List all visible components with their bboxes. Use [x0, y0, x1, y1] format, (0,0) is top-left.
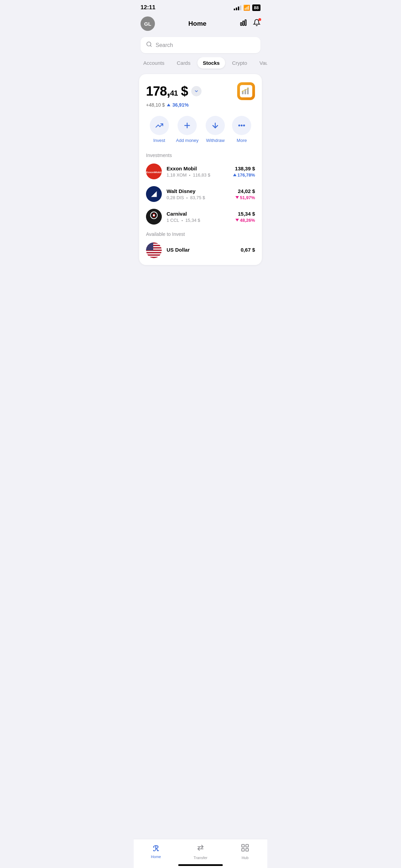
analytics-icon[interactable]	[240, 19, 247, 28]
change-percentage: 36,91%	[172, 102, 189, 108]
balance-row: 178,41 $	[146, 82, 255, 100]
page-title: Home	[189, 20, 207, 27]
svg-text:ExxonMobil: ExxonMobil	[146, 171, 162, 174]
svg-point-11	[239, 125, 240, 126]
status-time: 12:11	[141, 4, 155, 11]
carnival-values: 15,34 $ 48,26%	[235, 211, 255, 223]
add-money-button[interactable]: Add money	[176, 116, 199, 143]
notification-dot	[258, 18, 261, 21]
notifications-icon[interactable]	[253, 19, 260, 28]
available-section: Available to Invest US Dollar 0,67 $	[146, 231, 255, 258]
carnival-meta: 1 CCL 15,34 $	[167, 218, 231, 223]
svg-text:◢: ◢	[151, 190, 157, 197]
usd-info: US Dollar	[167, 247, 236, 254]
exxon-amount: 138,39 $	[233, 166, 255, 171]
invest-label: Invest	[153, 138, 165, 143]
exxon-pct: 176,78%	[233, 172, 255, 178]
us-flag-icon	[146, 242, 162, 258]
trend-up-icon	[167, 104, 170, 106]
usd-name: US Dollar	[167, 247, 236, 253]
usd-values: 0,67 $	[241, 247, 255, 254]
header-actions	[240, 19, 260, 28]
add-money-icon	[178, 116, 197, 135]
exxon-info: Exxon Mobil 1,18 XOM 116,83 $	[167, 166, 228, 178]
signal-bars-icon	[234, 5, 241, 10]
usd-amount: 0,67 $	[241, 247, 255, 253]
search-bar[interactable]: Search	[141, 37, 260, 53]
stock-logo	[237, 82, 255, 100]
more-icon	[232, 116, 251, 135]
svg-rect-1	[243, 21, 244, 25]
disney-info: Walt Disney 0,28 DIS 83,75 $	[167, 188, 231, 200]
withdraw-label: Withdraw	[206, 138, 224, 143]
carnival-name: Carnival	[167, 211, 231, 217]
disney-logo: ◢	[146, 186, 162, 202]
tab-accounts[interactable]: Accounts	[138, 57, 170, 69]
tab-crypto[interactable]: Crypto	[227, 57, 253, 69]
carnival-logo	[146, 209, 162, 225]
status-icons: 📶 88	[234, 4, 260, 11]
tab-stocks[interactable]: Stocks	[197, 57, 225, 69]
status-bar: 12:11 📶 88	[134, 0, 267, 14]
portfolio-card: 178,41 $ +48,10 $ 36,91%	[139, 74, 262, 265]
exxon-trend-icon	[233, 173, 236, 176]
carnival-amount: 15,34 $	[235, 211, 255, 217]
action-buttons: Invest Add money Withdraw	[146, 116, 255, 143]
exxon-meta: 1,18 XOM 116,83 $	[167, 172, 228, 178]
tab-cards[interactable]: Cards	[171, 57, 196, 69]
carnival-info: Carnival 1 CCL 15,34 $	[167, 211, 231, 223]
list-item[interactable]: US Dollar 0,67 $	[146, 242, 255, 258]
invest-button[interactable]: Invest	[150, 116, 169, 143]
battery-icon: 88	[252, 4, 260, 11]
search-container: Search	[134, 35, 267, 57]
svg-point-13	[244, 125, 245, 126]
header: GL Home	[134, 14, 267, 35]
exxon-name: Exxon Mobil	[167, 166, 228, 171]
disney-meta: 0,28 DIS 83,75 $	[167, 195, 231, 200]
withdraw-icon	[206, 116, 225, 135]
disney-trend-icon	[235, 196, 239, 199]
add-money-label: Add money	[176, 138, 199, 143]
balance-amount: 178,41 $	[146, 84, 188, 99]
change-amount: +48,10 $	[146, 102, 165, 108]
balance-left: 178,41 $	[146, 84, 202, 99]
disney-values: 24,02 $ 51,97%	[235, 188, 255, 200]
list-item[interactable]: ◢ Walt Disney 0,28 DIS 83,75 $ 24,02 $ 5…	[146, 186, 255, 202]
list-item[interactable]: ExxonMobil Exxon Mobil 1,18 XOM 116,83 $…	[146, 164, 255, 179]
svg-line-4	[150, 45, 151, 46]
available-section-label: Available to Invest	[146, 231, 255, 237]
balance-dropdown-button[interactable]	[191, 86, 202, 96]
exxon-logo: ExxonMobil	[146, 164, 162, 179]
change-row: +48,10 $ 36,91%	[146, 102, 255, 108]
svg-point-12	[241, 125, 242, 126]
carnival-pct: 48,26%	[235, 218, 255, 223]
tab-vaults[interactable]: Vaults	[254, 57, 267, 69]
search-icon	[146, 41, 152, 49]
svg-point-21	[153, 214, 155, 216]
more-label: More	[237, 138, 247, 143]
avatar[interactable]: GL	[141, 16, 155, 31]
withdraw-button[interactable]: Withdraw	[206, 116, 225, 143]
carnival-trend-icon	[235, 219, 239, 221]
more-button[interactable]: More	[232, 116, 251, 143]
investments-section-label: Investments	[146, 153, 255, 158]
wifi-icon: 📶	[243, 4, 250, 11]
disney-name: Walt Disney	[167, 188, 231, 194]
search-placeholder: Search	[156, 42, 173, 48]
svg-rect-2	[245, 20, 246, 26]
exxon-values: 138,39 $ 176,78%	[233, 166, 255, 178]
disney-amount: 24,02 $	[235, 188, 255, 194]
list-item[interactable]: Carnival 1 CCL 15,34 $ 15,34 $ 48,26%	[146, 209, 255, 225]
svg-rect-0	[241, 23, 242, 25]
disney-pct: 51,97%	[235, 195, 255, 200]
tabs-bar: Accounts Cards Stocks Crypto Vaults	[134, 57, 267, 74]
invest-icon	[150, 116, 169, 135]
